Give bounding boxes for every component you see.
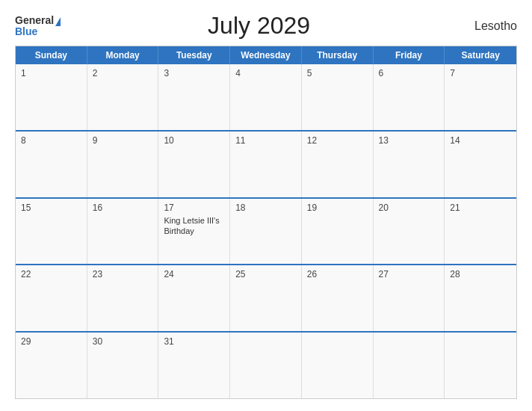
logo-blue-text: Blue <box>15 26 37 37</box>
day-number: 22 <box>21 269 81 279</box>
cal-cell-2-2: 17King Letsie III's Birthday <box>158 199 230 265</box>
day-number: 5 <box>307 68 368 78</box>
day-number: 16 <box>93 203 153 213</box>
day-number: 15 <box>21 203 81 213</box>
logo-triangle-icon <box>55 17 61 26</box>
day-number: 4 <box>235 68 296 78</box>
cal-cell-0-4: 5 <box>302 64 374 130</box>
day-number: 8 <box>21 135 81 146</box>
col-header-sunday: Sunday <box>16 46 87 64</box>
cal-cell-3-1: 23 <box>87 265 159 331</box>
day-number: 2 <box>93 68 153 78</box>
cal-cell-4-0: 29 <box>16 333 87 398</box>
day-number: 30 <box>93 336 153 347</box>
cal-cell-0-2: 3 <box>158 64 230 130</box>
day-number: 10 <box>164 135 224 146</box>
day-number: 19 <box>307 203 368 213</box>
cal-cell-2-4: 19 <box>302 199 374 265</box>
week-row-5: 293031 <box>16 331 516 398</box>
cal-cell-3-5: 27 <box>374 265 445 331</box>
day-number: 27 <box>379 269 439 279</box>
calendar-title: July 2029 <box>61 12 457 40</box>
logo: General Blue <box>15 15 61 36</box>
cal-cell-2-0: 15 <box>16 199 87 265</box>
col-header-thursday: Thursday <box>302 46 374 64</box>
cal-cell-1-2: 10 <box>158 132 230 197</box>
col-header-saturday: Saturday <box>445 46 516 64</box>
day-number: 7 <box>450 68 511 78</box>
header: General Blue July 2029 Lesotho <box>15 12 517 40</box>
cal-cell-0-6: 7 <box>445 64 516 130</box>
day-number: 13 <box>379 135 439 146</box>
cal-cell-4-4 <box>302 333 374 398</box>
cal-cell-3-0: 22 <box>16 265 87 331</box>
day-number: 9 <box>93 135 153 146</box>
cal-cell-4-5 <box>374 333 445 398</box>
col-header-wednesday: Wednesday <box>230 46 302 64</box>
day-number: 18 <box>235 203 296 213</box>
day-number: 26 <box>307 269 368 279</box>
cal-cell-1-3: 11 <box>230 132 302 197</box>
day-number: 20 <box>379 203 439 213</box>
cal-cell-2-6: 21 <box>445 199 516 265</box>
calendar-body: 1234567891011121314151617King Letsie III… <box>16 64 516 398</box>
week-row-4: 22232425262728 <box>16 264 516 331</box>
day-number: 1 <box>21 68 81 78</box>
page: General Blue July 2029 Lesotho Sunday Mo… <box>0 0 532 411</box>
day-number: 14 <box>450 135 511 146</box>
country-label: Lesotho <box>457 19 517 33</box>
cal-cell-4-6 <box>445 333 516 398</box>
day-number: 11 <box>235 135 296 146</box>
cal-cell-3-6: 28 <box>445 265 516 331</box>
cal-cell-0-1: 2 <box>87 64 159 130</box>
week-row-3: 151617King Letsie III's Birthday18192021 <box>16 197 516 265</box>
day-number: 29 <box>21 336 81 347</box>
cal-cell-1-6: 14 <box>445 132 516 197</box>
week-row-2: 891011121314 <box>16 130 516 197</box>
day-number: 12 <box>307 135 368 146</box>
cal-cell-1-4: 12 <box>302 132 374 197</box>
day-number: 28 <box>450 269 511 279</box>
cal-cell-2-1: 16 <box>87 199 159 265</box>
cal-cell-4-1: 30 <box>87 333 159 398</box>
cal-cell-0-0: 1 <box>16 64 87 130</box>
calendar-header-row: Sunday Monday Tuesday Wednesday Thursday… <box>16 46 516 64</box>
day-number: 24 <box>164 269 224 279</box>
col-header-friday: Friday <box>374 46 445 64</box>
cal-cell-4-2: 31 <box>158 333 230 398</box>
week-row-1: 1234567 <box>16 64 516 130</box>
day-number: 23 <box>93 269 153 279</box>
cal-cell-3-3: 25 <box>230 265 302 331</box>
cal-cell-1-1: 9 <box>87 132 159 197</box>
day-number: 25 <box>235 269 296 279</box>
day-number: 3 <box>164 68 224 78</box>
col-header-tuesday: Tuesday <box>158 46 230 64</box>
logo-general-text: General <box>15 15 61 25</box>
cal-cell-2-5: 20 <box>374 199 445 265</box>
cal-cell-1-0: 8 <box>16 132 87 197</box>
day-number: 31 <box>164 336 224 347</box>
day-number: 17 <box>164 203 224 213</box>
cal-cell-2-3: 18 <box>230 199 302 265</box>
cal-cell-0-5: 6 <box>374 64 445 130</box>
col-header-monday: Monday <box>87 46 159 64</box>
cal-cell-4-3 <box>230 333 302 398</box>
day-number: 21 <box>450 203 511 213</box>
cal-cell-1-5: 13 <box>374 132 445 197</box>
cal-cell-0-3: 4 <box>230 64 302 130</box>
cal-cell-3-2: 24 <box>158 265 230 331</box>
day-number: 6 <box>379 68 439 78</box>
calendar: Sunday Monday Tuesday Wednesday Thursday… <box>15 46 517 399</box>
event-label: King Letsie III's Birthday <box>164 215 224 237</box>
cal-cell-3-4: 26 <box>302 265 374 331</box>
